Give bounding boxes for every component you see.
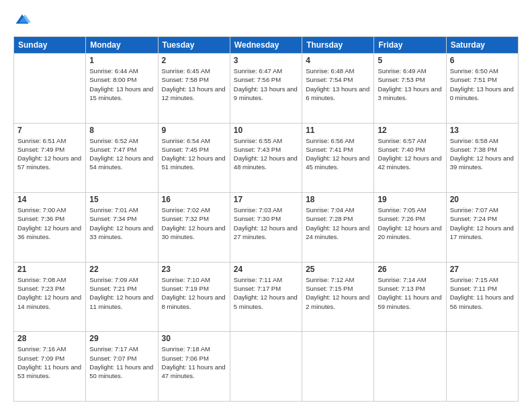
day-number: 23 [162, 265, 226, 274]
day-number: 20 [450, 195, 515, 204]
day-info: Sunrise: 7:12 AM Sunset: 7:15 PM Dayligh… [306, 275, 370, 311]
day-info: Sunrise: 7:16 AM Sunset: 7:09 PM Dayligh… [17, 345, 82, 380]
day-cell: 23Sunrise: 7:10 AM Sunset: 7:19 PM Dayli… [158, 262, 230, 332]
day-number: 9 [162, 126, 226, 135]
day-cell: 13Sunrise: 6:58 AM Sunset: 7:38 PM Dayli… [446, 123, 518, 193]
weekday-thursday: Thursday [302, 37, 374, 54]
day-number: 8 [89, 126, 154, 135]
day-cell: 6Sunrise: 6:50 AM Sunset: 7:51 PM Daylig… [446, 54, 518, 124]
day-info: Sunrise: 7:09 AM Sunset: 7:21 PM Dayligh… [89, 275, 154, 311]
logo [13, 12, 34, 30]
day-info: Sunrise: 6:47 AM Sunset: 7:56 PM Dayligh… [234, 66, 298, 102]
day-cell: 8Sunrise: 6:52 AM Sunset: 7:47 PM Daylig… [86, 123, 158, 193]
day-number: 26 [378, 265, 442, 274]
weekday-tuesday: Tuesday [158, 37, 230, 54]
day-number: 16 [162, 195, 226, 204]
day-number: 10 [234, 126, 298, 135]
week-row-4: 28Sunrise: 7:16 AM Sunset: 7:09 PM Dayli… [14, 332, 519, 402]
day-info: Sunrise: 7:04 AM Sunset: 7:28 PM Dayligh… [306, 205, 370, 241]
day-info: Sunrise: 6:54 AM Sunset: 7:45 PM Dayligh… [162, 136, 226, 172]
day-number: 1 [89, 56, 154, 65]
weekday-wednesday: Wednesday [230, 37, 302, 54]
day-cell: 22Sunrise: 7:09 AM Sunset: 7:21 PM Dayli… [86, 262, 158, 332]
day-info: Sunrise: 6:45 AM Sunset: 7:58 PM Dayligh… [162, 66, 226, 102]
day-cell: 7Sunrise: 6:51 AM Sunset: 7:49 PM Daylig… [14, 123, 86, 193]
day-number: 30 [162, 334, 226, 343]
day-cell: 19Sunrise: 7:05 AM Sunset: 7:26 PM Dayli… [374, 193, 446, 263]
day-cell: 29Sunrise: 7:17 AM Sunset: 7:07 PM Dayli… [86, 332, 158, 402]
day-info: Sunrise: 6:57 AM Sunset: 7:40 PM Dayligh… [378, 136, 442, 172]
weekday-sunday: Sunday [14, 37, 86, 54]
calendar: SundayMondayTuesdayWednesdayThursdayFrid… [13, 36, 519, 402]
day-info: Sunrise: 7:03 AM Sunset: 7:30 PM Dayligh… [234, 205, 298, 241]
day-info: Sunrise: 6:51 AM Sunset: 7:49 PM Dayligh… [17, 136, 82, 172]
page: SundayMondayTuesdayWednesdayThursdayFrid… [0, 0, 532, 411]
day-cell [302, 332, 374, 402]
day-cell: 14Sunrise: 7:00 AM Sunset: 7:36 PM Dayli… [14, 193, 86, 263]
day-number: 25 [306, 265, 370, 274]
day-cell: 15Sunrise: 7:01 AM Sunset: 7:34 PM Dayli… [86, 193, 158, 263]
day-cell: 24Sunrise: 7:11 AM Sunset: 7:17 PM Dayli… [230, 262, 302, 332]
day-info: Sunrise: 7:18 AM Sunset: 7:06 PM Dayligh… [162, 345, 226, 380]
day-cell: 5Sunrise: 6:49 AM Sunset: 7:53 PM Daylig… [374, 54, 446, 124]
day-number: 5 [378, 56, 442, 65]
day-info: Sunrise: 7:05 AM Sunset: 7:26 PM Dayligh… [378, 205, 442, 241]
week-row-3: 21Sunrise: 7:08 AM Sunset: 7:23 PM Dayli… [14, 262, 519, 332]
day-number: 24 [234, 265, 298, 274]
day-info: Sunrise: 7:01 AM Sunset: 7:34 PM Dayligh… [89, 205, 154, 241]
day-cell: 9Sunrise: 6:54 AM Sunset: 7:45 PM Daylig… [158, 123, 230, 193]
day-number: 11 [306, 126, 370, 135]
day-cell: 25Sunrise: 7:12 AM Sunset: 7:15 PM Dayli… [302, 262, 374, 332]
day-cell: 26Sunrise: 7:14 AM Sunset: 7:13 PM Dayli… [374, 262, 446, 332]
day-number: 17 [234, 195, 298, 204]
day-number: 22 [89, 265, 154, 274]
day-cell: 17Sunrise: 7:03 AM Sunset: 7:30 PM Dayli… [230, 193, 302, 263]
day-info: Sunrise: 6:58 AM Sunset: 7:38 PM Dayligh… [450, 136, 515, 172]
header [13, 12, 519, 30]
day-number: 7 [17, 126, 82, 135]
day-info: Sunrise: 7:00 AM Sunset: 7:36 PM Dayligh… [17, 205, 82, 241]
day-number: 15 [89, 195, 154, 204]
weekday-monday: Monday [86, 37, 158, 54]
day-cell: 16Sunrise: 7:02 AM Sunset: 7:32 PM Dayli… [158, 193, 230, 263]
day-info: Sunrise: 6:50 AM Sunset: 7:51 PM Dayligh… [450, 66, 515, 102]
day-cell [14, 54, 86, 124]
weekday-saturday: Saturday [446, 37, 518, 54]
day-info: Sunrise: 7:15 AM Sunset: 7:11 PM Dayligh… [450, 275, 515, 311]
day-info: Sunrise: 6:56 AM Sunset: 7:41 PM Dayligh… [306, 136, 370, 172]
day-cell: 18Sunrise: 7:04 AM Sunset: 7:28 PM Dayli… [302, 193, 374, 263]
day-info: Sunrise: 6:48 AM Sunset: 7:54 PM Dayligh… [306, 66, 370, 102]
day-info: Sunrise: 6:52 AM Sunset: 7:47 PM Dayligh… [89, 136, 154, 172]
day-number: 4 [306, 56, 370, 65]
day-cell: 28Sunrise: 7:16 AM Sunset: 7:09 PM Dayli… [14, 332, 86, 402]
weekday-header-row: SundayMondayTuesdayWednesdayThursdayFrid… [14, 37, 519, 54]
day-number: 27 [450, 265, 515, 274]
day-info: Sunrise: 7:14 AM Sunset: 7:13 PM Dayligh… [378, 275, 442, 311]
day-cell: 30Sunrise: 7:18 AM Sunset: 7:06 PM Dayli… [158, 332, 230, 402]
day-info: Sunrise: 7:11 AM Sunset: 7:17 PM Dayligh… [234, 275, 298, 311]
day-cell: 20Sunrise: 7:07 AM Sunset: 7:24 PM Dayli… [446, 193, 518, 263]
day-number: 19 [378, 195, 442, 204]
day-info: Sunrise: 6:55 AM Sunset: 7:43 PM Dayligh… [234, 136, 298, 172]
day-info: Sunrise: 7:07 AM Sunset: 7:24 PM Dayligh… [450, 205, 515, 241]
day-cell: 1Sunrise: 6:44 AM Sunset: 8:00 PM Daylig… [86, 54, 158, 124]
day-cell [230, 332, 302, 402]
day-cell: 12Sunrise: 6:57 AM Sunset: 7:40 PM Dayli… [374, 123, 446, 193]
day-cell: 4Sunrise: 6:48 AM Sunset: 7:54 PM Daylig… [302, 54, 374, 124]
day-number: 13 [450, 126, 515, 135]
day-info: Sunrise: 7:10 AM Sunset: 7:19 PM Dayligh… [162, 275, 226, 311]
day-cell: 27Sunrise: 7:15 AM Sunset: 7:11 PM Dayli… [446, 262, 518, 332]
day-info: Sunrise: 7:08 AM Sunset: 7:23 PM Dayligh… [17, 275, 82, 311]
day-cell: 3Sunrise: 6:47 AM Sunset: 7:56 PM Daylig… [230, 54, 302, 124]
day-cell: 2Sunrise: 6:45 AM Sunset: 7:58 PM Daylig… [158, 54, 230, 124]
day-info: Sunrise: 6:44 AM Sunset: 8:00 PM Dayligh… [89, 66, 154, 102]
logo-icon [13, 12, 31, 30]
day-number: 3 [234, 56, 298, 65]
day-number: 14 [17, 195, 82, 204]
day-number: 28 [17, 334, 82, 343]
day-number: 21 [17, 265, 82, 274]
week-row-0: 1Sunrise: 6:44 AM Sunset: 8:00 PM Daylig… [14, 54, 519, 124]
day-cell: 21Sunrise: 7:08 AM Sunset: 7:23 PM Dayli… [14, 262, 86, 332]
week-row-1: 7Sunrise: 6:51 AM Sunset: 7:49 PM Daylig… [14, 123, 519, 193]
weekday-friday: Friday [374, 37, 446, 54]
